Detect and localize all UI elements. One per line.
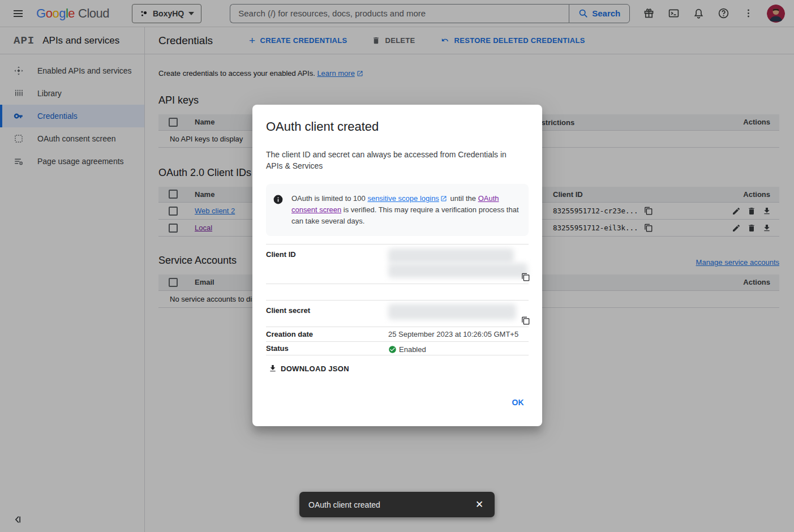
oauth-client-created-dialog: OAuth client created The client ID and s… [252,105,542,426]
redacted-client-secret [388,304,516,320]
creation-date-row: Creation date 25 September 2023 at 10:26… [266,327,529,342]
creation-date-value: 25 September 2023 at 10:26:05 GMT+5 [388,327,529,341]
redacted-client-id [388,248,514,263]
notice-text: OAuth is limited to 100 sensitive scope … [291,193,521,227]
oauth-limit-notice: OAuth is limited to 100 sensitive scope … [266,184,529,236]
snackbar: OAuth client created ✕ [299,492,495,517]
dialog-description: The client ID and secret can always be a… [266,149,515,171]
notice-text-before: OAuth is limited to 100 [291,194,367,203]
snackbar-message: OAuth client created [308,500,471,509]
download-json-button[interactable]: DOWNLOAD JSON [266,361,351,376]
copy-icon[interactable] [521,316,530,325]
spacer-row [266,284,529,301]
dialog-title: OAuth client created [266,119,529,134]
check-circle-icon [388,345,397,354]
client-secret-label: Client secret [266,301,388,327]
client-details: Client ID Client secret [266,244,529,355]
external-link-icon [440,195,447,202]
client-id-row: Client ID [266,244,529,284]
info-icon [273,194,284,205]
client-id-label: Client ID [266,244,388,284]
google-cloud-console: Google Cloud BoxyHQ Search [0,0,794,532]
notice-text-middle: until the [448,194,478,203]
ok-button[interactable]: OK [504,393,532,411]
copy-icon[interactable] [521,273,530,281]
close-icon[interactable]: ✕ [471,496,488,513]
redacted-client-id [388,263,527,278]
status-value: Enabled [399,345,426,354]
sensitive-scope-logins-link[interactable]: sensitive scope logins [367,194,439,203]
creation-date-label: Creation date [266,327,388,341]
client-secret-row: Client secret [266,301,529,327]
status-label: Status [266,342,388,355]
status-row: Status Enabled [266,342,529,355]
download-json-label: DOWNLOAD JSON [281,364,349,373]
download-icon [268,364,277,373]
